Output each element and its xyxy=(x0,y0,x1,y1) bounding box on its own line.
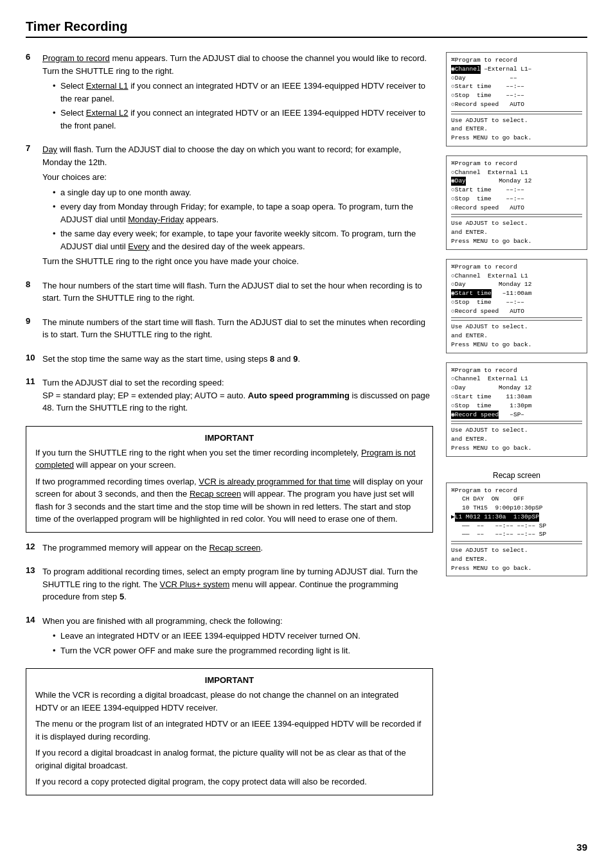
step-10: 10 Set the stop time the same way as the… xyxy=(26,353,433,368)
page-number: 39 xyxy=(576,842,587,853)
recap-label: Recap screen xyxy=(446,471,587,480)
screen-3: ⌘Program to record ○Channel External L1 … xyxy=(446,259,587,353)
important-box-2: IMPORTANT While the VCR is recording a d… xyxy=(26,668,433,795)
step-11: 11 Turn the ADJUST dial to set the recor… xyxy=(26,376,433,417)
step-9: 9 The minute numbers of the start time w… xyxy=(26,316,433,344)
screen-5-recap: ⌘Program to record CH DAY ON OFF 10 TH15… xyxy=(446,483,587,577)
page-title: Timer Recording xyxy=(26,19,587,38)
screen-1: ⌘Program to record ◉Channel –External L1… xyxy=(446,52,587,146)
left-column: 6 Program to record menu appears. Turn t… xyxy=(26,52,433,804)
right-column: ⌘Program to record ◉Channel –External L1… xyxy=(446,52,587,804)
important-box-1: IMPORTANT If you turn the SHUTTLE ring t… xyxy=(26,426,433,533)
recap-section: Recap screen ⌘Program to record CH DAY O… xyxy=(446,471,587,577)
step-12: 12 The programmed memory will appear on … xyxy=(26,542,433,557)
screen-2: ⌘Program to record ○Channel External L1 … xyxy=(446,155,587,250)
step-13: 13 To program additional recording times… xyxy=(26,565,433,606)
step-14: 14 When you are finished with all progra… xyxy=(26,615,433,660)
screen-4: ⌘Program to record ○Channel External L1 … xyxy=(446,362,587,457)
step-6: 6 Program to record menu appears. Turn t… xyxy=(26,52,433,134)
step-8: 8 The hour numbers of the start time wil… xyxy=(26,279,433,307)
step-7: 7 Day will flash. Turn the ADJUST dial t… xyxy=(26,143,433,270)
